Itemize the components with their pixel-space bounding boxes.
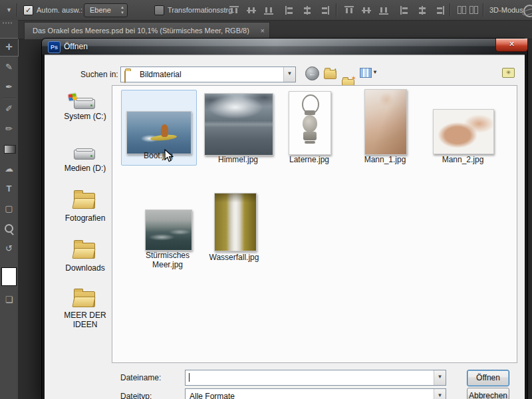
foreground-color-swatch[interactable] — [1, 267, 17, 286]
document-tab[interactable]: Das Orakel des Meeres.psd bei 10,1% (Stü… — [24, 22, 270, 39]
toolbox-grip[interactable] — [3, 22, 12, 24]
folder-icon — [124, 70, 126, 83]
person-shape — [161, 124, 169, 137]
document-tab-title: Das Orakel des Meeres.psd bei 10,1% (Stü… — [33, 27, 249, 35]
distribute-right-edges-icon[interactable] — [435, 6, 444, 15]
brush-tool[interactable]: ✐ — [0, 100, 18, 118]
dialog-close-button[interactable]: ✕ — [495, 39, 528, 52]
file-label-boot[interactable]: Boot.jpg — [121, 151, 196, 160]
file-label-himmel[interactable]: Himmel.jpg — [198, 155, 279, 164]
lantern-glass-shape — [303, 115, 317, 132]
auto-select-checkbox[interactable]: ✓ — [23, 5, 33, 15]
folder-icon — [74, 193, 95, 209]
dropdown-arrow-icon[interactable]: ▼ — [434, 389, 446, 399]
place-label: Downloads — [52, 263, 118, 273]
3d-mode-label: 3D-Modus: — [489, 6, 525, 14]
view-menu-caret-icon[interactable]: ▼ — [372, 69, 378, 75]
divider — [3, 98, 15, 98]
options-bar: ▼ ✓ Autom. ausw.: Ebene ▲▼ Transformatio… — [0, 0, 532, 21]
eyedropper-tool[interactable]: ✒ — [0, 78, 18, 96]
open-button[interactable]: Öffnen — [467, 370, 509, 386]
transform-controls-label: Transformationsstrg. — [168, 6, 234, 14]
move-tool[interactable]: ✛ — [0, 39, 18, 56]
gradient-icon — [4, 145, 16, 154]
filetype-dropdown[interactable]: Alle Formate ▼ — [185, 388, 446, 399]
place-label: Fotografien — [52, 213, 118, 223]
align-right-edges-icon[interactable] — [320, 6, 329, 15]
gradient-tool[interactable] — [0, 140, 18, 158]
file-thumbnail-himmel[interactable] — [204, 93, 273, 156]
lantern-foot-shape — [305, 141, 315, 144]
distribute-bottom-edges-icon[interactable] — [379, 6, 388, 15]
text-caret — [189, 373, 190, 382]
document-tab-bar: Das Orakel des Meeres.psd bei 10,1% (Stü… — [18, 21, 532, 39]
auto-select-label: Autom. ausw.: — [37, 6, 82, 14]
dialog-body: Suchen in: Bildmaterial ▼ ← ↑ ✶ ▼ ✳ Syst… — [45, 55, 525, 399]
lantern-cap-shape — [305, 110, 315, 115]
type-tool[interactable]: T — [0, 180, 18, 198]
screen-mode-tool[interactable]: ❏ — [0, 291, 18, 309]
place-label: MEER DER IDEEN — [55, 311, 115, 329]
file-thumbnail-mann2[interactable] — [433, 109, 494, 154]
transform-controls-checkbox[interactable] — [154, 5, 164, 15]
quick-selection-tool[interactable]: ✎ — [0, 59, 18, 76]
dropdown-arrow-icon[interactable]: ▼ — [434, 370, 446, 385]
align-bottom-edges-icon[interactable] — [264, 6, 273, 15]
distribute-horizontal-spacing-icon[interactable] — [458, 6, 467, 15]
shape-tool[interactable]: ▢ — [0, 200, 18, 217]
file-thumbnail-laterne[interactable] — [289, 91, 331, 155]
file-thumbnail-mann1[interactable] — [364, 89, 407, 155]
spinner-icon: ▲▼ — [120, 5, 124, 15]
file-thumbnail-wasserfall[interactable] — [214, 193, 257, 251]
dropdown-arrow-icon[interactable]: ▼ — [283, 67, 295, 82]
distribute-top-edges-icon[interactable] — [344, 6, 354, 15]
align-horizontal-centers-icon[interactable] — [303, 6, 312, 15]
filetype-label: Dateityp: — [120, 392, 152, 399]
file-label-mann2[interactable]: Mann_2.jpg — [429, 155, 497, 164]
lantern-base-shape — [303, 132, 317, 140]
file-thumbnail-boot[interactable] — [126, 111, 192, 154]
distribute-horizontal-centers-icon[interactable] — [418, 6, 427, 15]
align-left-edges-icon[interactable] — [285, 6, 295, 15]
distribute-vertical-centers-icon[interactable] — [362, 6, 371, 15]
3d-orbit-icon[interactable] — [523, 5, 532, 17]
favorites-folder-icon[interactable]: ✳ — [502, 68, 515, 78]
look-in-dropdown[interactable]: Bildmaterial ▼ — [120, 66, 296, 82]
file-label-laterne[interactable]: Laterne.jpg — [275, 155, 343, 164]
look-in-label: Suchen in: — [80, 70, 118, 79]
distribute-vertical-spacing-icon[interactable] — [469, 6, 479, 15]
dialog-title-bar[interactable]: Ps Öffnen — [42, 39, 527, 55]
cancel-button[interactable]: Abbrechen — [467, 388, 509, 399]
place-label: System (C:) — [52, 112, 118, 121]
align-top-edges-icon[interactable] — [229, 6, 239, 15]
tool-preset-caret-icon[interactable]: ▼ — [6, 7, 12, 13]
up-one-level-button[interactable]: ↑ — [324, 70, 336, 79]
filename-input[interactable]: ▼ — [185, 370, 446, 386]
file-thumbnail-stuermisches-meer[interactable] — [145, 209, 192, 251]
separator — [450, 3, 450, 17]
align-vertical-centers-icon[interactable] — [247, 6, 256, 15]
filetype-value: Alle Formate — [190, 392, 235, 399]
folder-icon — [74, 291, 95, 307]
sponge-tool[interactable]: ☁ — [0, 160, 18, 178]
drive-icon — [74, 99, 95, 109]
file-label-mann1[interactable]: Mann_1.jpg — [351, 155, 419, 164]
distribute-left-edges-icon[interactable] — [400, 6, 410, 15]
file-list-panel: Boot.jpg Himmel.jpg Laterne.jpg Mann_1.j… — [112, 85, 517, 363]
mixer-brush-tool[interactable]: ✏ — [0, 120, 18, 138]
folder-icon — [74, 243, 95, 259]
back-button[interactable]: ← — [305, 66, 319, 80]
tab-close-icon[interactable]: × — [261, 27, 265, 35]
mouse-cursor — [164, 149, 174, 166]
history-tool[interactable]: ↺ — [0, 240, 18, 257]
file-label-wasserfall[interactable]: Wasserfall.jpg — [191, 253, 277, 262]
zoom-tool[interactable] — [0, 220, 18, 237]
filename-label: Dateiname: — [120, 373, 161, 382]
photoshop-app-icon: Ps — [48, 41, 61, 53]
view-menu-button[interactable] — [360, 68, 372, 78]
drive-icon — [74, 150, 95, 160]
auto-select-target-dropdown[interactable]: Ebene ▲▼ — [84, 3, 128, 17]
windows-logo-icon — [68, 93, 77, 101]
auto-select-target-value: Ebene — [90, 6, 111, 14]
open-dialog: Ps Öffnen ✕ Suchen in: Bildmaterial ▼ ← … — [42, 39, 527, 399]
